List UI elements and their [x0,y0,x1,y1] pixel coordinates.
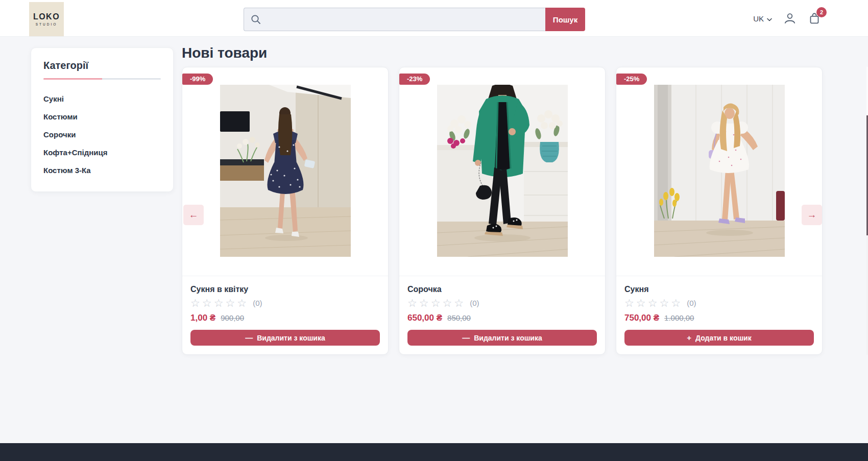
remove-from-cart-button[interactable]: — Видалити з кошика [190,330,380,346]
cart-count-badge: 2 [816,7,827,17]
product-info: Сукня ☆☆☆☆☆ (0) 750,00 ₴ 1.000,00 + Дода… [616,276,822,346]
product-photo-illustration [654,85,785,257]
carousel-next-button[interactable]: → [802,205,822,225]
cart-button-label: Видалити з кошика [474,334,542,342]
current-price: 750,00 ₴ [624,313,659,323]
discount-badge: -25% [616,74,647,85]
minus-icon: — [245,334,253,342]
cart-button[interactable]: 2 [808,12,821,25]
footer [0,443,868,461]
cart-button-label: Додати в кошик [695,334,752,342]
discount-badge: -99% [182,74,213,85]
product-info: Сорочка ☆☆☆☆☆ (0) 650,00 ₴ 850,00 — Вида… [399,276,605,346]
old-price: 850,00 [447,313,471,322]
arrow-right-icon: → [807,209,817,221]
chevron-down-icon [767,14,772,23]
old-price: 900,00 [221,313,244,322]
product-info: Сукня в квітку ☆☆☆☆☆ (0) 1,00 ₴ 900,00 —… [182,276,388,346]
discount-badge: -23% [399,74,430,85]
product-card: -25% [616,67,823,355]
rating-count: (0) [470,299,479,307]
product-image[interactable] [182,67,388,276]
product-title[interactable]: Сукня [624,285,814,294]
sidebar-item-kostium-3ka[interactable]: Костюм 3-Ка [43,161,161,179]
logo-subtitle: STUDIO [36,22,58,26]
product-title[interactable]: Сорочка [407,285,597,294]
product-prices: 750,00 ₴ 1.000,00 [624,313,814,323]
minus-icon: — [462,334,470,342]
sidebar-item-sorochky[interactable]: Сорочки [43,126,161,143]
rating-count: (0) [687,299,696,307]
logo[interactable]: LOKO STUDIO [29,2,64,36]
search-input[interactable] [244,8,545,31]
old-price: 1.000,00 [664,313,694,322]
carousel-prev-button[interactable]: ← [183,205,204,225]
user-icon [783,12,797,25]
product-prices: 1,00 ₴ 900,00 [190,313,380,323]
sidebar-item-sukni[interactable]: Сукні [43,90,161,108]
arrow-left-icon: ← [189,209,199,221]
page-title: Нові товари [182,45,267,61]
product-prices: 650,00 ₴ 850,00 [407,313,597,323]
plus-icon: + [687,334,691,342]
header-controls: UK 2 [753,0,821,37]
language-selector[interactable]: UK [753,14,772,23]
add-to-cart-button[interactable]: + Додати в кошик [624,330,814,346]
rating-stars: ☆☆☆☆☆ [190,298,249,308]
product-rating: ☆☆☆☆☆ (0) [190,298,380,308]
rating-stars: ☆☆☆☆☆ [624,298,683,308]
product-card: -99% [182,67,389,355]
product-photo-illustration [220,85,351,257]
current-price: 650,00 ₴ [407,313,442,323]
categories-list: Сукні Костюми Сорочки Кофта+Спідниця Кос… [43,90,161,179]
remove-from-cart-button[interactable]: — Видалити з кошика [407,330,597,346]
product-image[interactable] [399,67,605,276]
rating-count: (0) [253,299,262,307]
product-photo-illustration [437,85,568,257]
sidebar-item-kofta-spidnytsia[interactable]: Кофта+Спідниця [43,143,161,161]
search-bar: Пошук [244,8,585,31]
search-button[interactable]: Пошук [545,8,585,31]
product-rating: ☆☆☆☆☆ (0) [624,298,814,308]
sidebar-item-kostiumy[interactable]: Костюми [43,108,161,126]
cart-button-label: Видалити з кошика [257,334,325,342]
logo-title: LOKO [33,12,60,21]
product-card: -23% [399,67,606,355]
header: LOKO STUDIO Пошук UK 2 [0,0,868,37]
account-button[interactable] [783,12,797,25]
product-image[interactable] [616,67,822,276]
current-price: 1,00 ₴ [190,313,215,323]
product-rating: ☆☆☆☆☆ (0) [407,298,597,308]
product-title[interactable]: Сукня в квітку [190,285,380,294]
language-label: UK [753,14,764,23]
product-carousel: -99% [182,67,823,355]
rating-stars: ☆☆☆☆☆ [407,298,466,308]
categories-panel: Категорії Сукні Костюми Сорочки Кофта+Сп… [31,47,174,192]
categories-divider [43,78,161,80]
categories-title: Категорії [43,60,161,71]
